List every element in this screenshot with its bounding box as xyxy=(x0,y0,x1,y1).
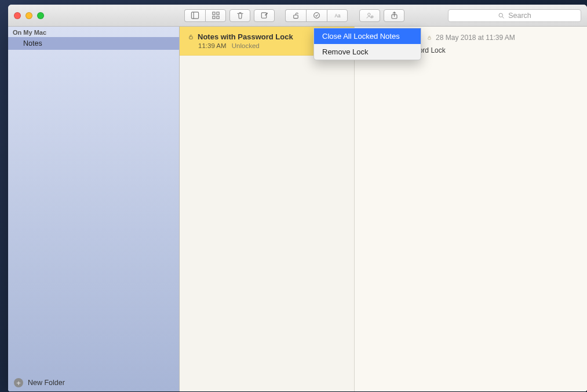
svg-rect-2 xyxy=(212,12,214,14)
add-people-button[interactable] xyxy=(359,9,380,22)
view-controls xyxy=(184,9,275,22)
unlock-icon xyxy=(188,34,194,40)
svg-rect-16 xyxy=(428,38,431,39)
note-status: Unlocked xyxy=(232,42,260,49)
menu-item-remove-lock[interactable]: Remove Lock xyxy=(314,44,421,60)
format-controls: Aa xyxy=(285,9,348,22)
compose-icon xyxy=(260,11,269,20)
note-title: Notes with Password Lock xyxy=(198,32,293,41)
trash-icon xyxy=(236,11,245,20)
plus-circle-icon: + xyxy=(14,378,23,387)
menu-item-close-all-locked[interactable]: Close All Locked Notes xyxy=(314,28,421,44)
svg-point-13 xyxy=(499,13,502,17)
search-placeholder: Search xyxy=(508,12,531,20)
lock-button[interactable] xyxy=(285,9,306,22)
svg-rect-0 xyxy=(191,12,198,19)
sidebar-item-label: Notes xyxy=(23,39,42,47)
svg-point-8 xyxy=(314,13,320,19)
zoom-window-button[interactable] xyxy=(37,12,44,19)
svg-rect-3 xyxy=(216,12,218,14)
notes-window: Aa Search On My Mac Notes xyxy=(8,5,587,391)
font-icon: Aa xyxy=(333,11,342,20)
add-people-icon xyxy=(366,11,374,20)
svg-point-10 xyxy=(367,13,370,16)
svg-rect-15 xyxy=(189,36,193,39)
checklist-button[interactable] xyxy=(306,9,327,22)
new-folder-button[interactable]: + New Folder xyxy=(8,374,179,391)
grid-view-button[interactable] xyxy=(205,9,226,22)
search-field[interactable]: Search xyxy=(448,9,581,22)
minimize-window-button[interactable] xyxy=(25,12,32,19)
svg-rect-5 xyxy=(216,16,218,19)
grid-view-icon xyxy=(212,11,220,20)
editor-pane: 28 May 2018 at 11:39 AM Notes with Passw… xyxy=(355,27,587,391)
share-icon xyxy=(390,11,399,20)
editor-timestamp: 28 May 2018 at 11:39 AM xyxy=(436,34,515,42)
sidebar-section-header: On My Mac xyxy=(8,27,179,37)
titlebar: Aa Search xyxy=(8,5,587,27)
list-view-icon xyxy=(191,11,199,20)
sidebar: On My Mac Notes + New Folder xyxy=(8,27,180,391)
new-folder-label: New Folder xyxy=(28,379,65,387)
svg-line-14 xyxy=(502,16,504,18)
share-button[interactable] xyxy=(384,9,404,22)
svg-rect-4 xyxy=(212,16,214,19)
body: On My Mac Notes + New Folder Notes with … xyxy=(8,27,587,391)
checklist-icon xyxy=(312,11,321,20)
note-time: 11:39 AM xyxy=(198,42,227,49)
sidebar-item-notes[interactable]: Notes xyxy=(8,37,179,50)
lock-dropdown-menu: Close All Locked Notes Remove Lock xyxy=(313,28,421,60)
note-list: Notes with Password Lock 11:39 AM Unlock… xyxy=(180,27,355,391)
format-button[interactable]: Aa xyxy=(327,9,348,22)
window-controls xyxy=(14,12,44,19)
search-group: Search xyxy=(410,9,581,22)
svg-rect-7 xyxy=(294,15,298,19)
search-icon xyxy=(498,12,505,19)
lock-small-icon xyxy=(426,35,432,41)
svg-text:Aa: Aa xyxy=(334,13,341,19)
share-controls xyxy=(359,9,404,22)
new-note-button[interactable] xyxy=(254,9,275,22)
delete-button[interactable] xyxy=(229,9,250,22)
list-view-button[interactable] xyxy=(184,9,205,22)
close-window-button[interactable] xyxy=(14,12,21,19)
unlock-icon xyxy=(291,11,300,20)
